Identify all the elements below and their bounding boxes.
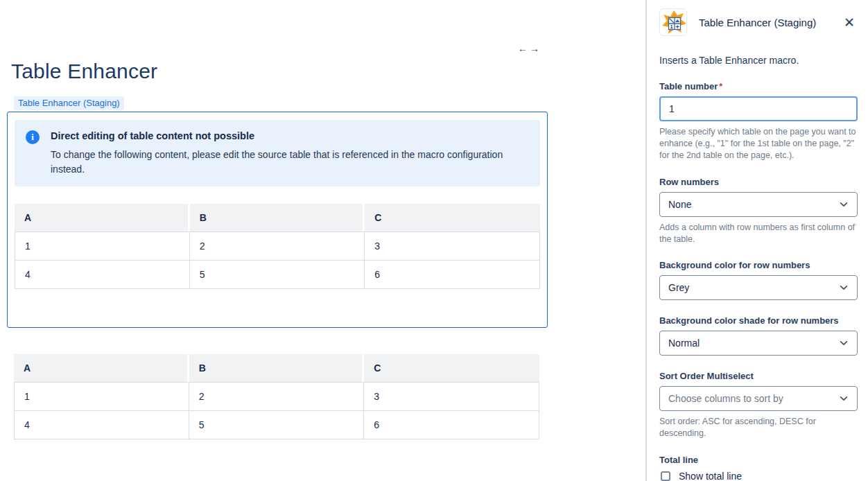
page-source-table[interactable]: A B C 1 2 3 4 5 6 [14,354,539,439]
table-cell[interactable]: 1 [14,382,189,411]
panel-header: 1 + Table Enhancer (Staging) ✕ [659,8,858,36]
table-row: 4 5 6 [15,261,540,289]
field-table-number: Table number* Please specify which table… [659,81,858,161]
field-label: Table number* [659,81,858,91]
column-header: A [15,204,190,231]
app-window: ← → Table Enhancer Table Enhancer (Stagi… [0,0,868,481]
bg-shade-select[interactable]: Normal [659,331,858,356]
required-marker: * [719,81,722,91]
table-row: 1 2 3 [15,231,540,261]
page-width-toggle-button[interactable]: ← → [518,43,539,54]
info-icon: i [26,130,40,144]
field-total-line: Total line Show total line The total lin… [659,455,858,481]
field-label: Background color for row numbers [659,260,858,270]
select-placeholder: Choose columns to sort by [668,393,783,404]
field-label: Sort Order Multiselect [659,371,858,381]
svg-text:+: + [675,24,679,30]
svg-text:1: 1 [670,24,673,30]
field-help-text: Please specify which table on the page y… [659,126,858,161]
macro-tag-label[interactable]: Table Enhancer (Staging) [14,96,124,110]
table-cell: 4 [15,261,190,289]
row-numbers-select[interactable]: None [659,192,858,217]
macro-selection-box[interactable]: i Direct editing of table content not po… [7,112,548,328]
table-cell[interactable]: 6 [364,411,539,439]
page-title: Table Enhancer [11,60,157,83]
sort-order-multiselect[interactable]: Choose columns to sort by [659,386,858,411]
table-cell: 3 [365,231,540,261]
select-value: Normal [668,338,700,349]
column-header[interactable]: A [14,354,189,382]
table-cell[interactable]: 2 [189,382,365,411]
checkbox-label: Show total line [679,471,742,481]
close-icon[interactable]: ✕ [841,15,858,30]
table-cell[interactable]: 5 [189,411,365,439]
show-total-line-checkbox-row[interactable]: Show total line [659,471,858,481]
table-row: 1 2 3 [14,382,539,411]
table-header-row: A B C [15,204,540,231]
macro-config-panel: 1 + Table Enhancer (Staging) ✕ Inserts a… [645,0,868,481]
field-help-text: Sort order: ASC for ascending, DESC for … [659,416,858,439]
table-cell: 6 [365,261,540,289]
column-header: B [190,204,365,231]
select-value: Grey [668,282,689,293]
field-bg-color: Background color for row numbers Grey [659,260,858,300]
field-label: Total line [659,455,858,465]
arrow-left-icon: ← [518,43,528,54]
macro-preview-table: A B C 1 2 3 4 5 6 [15,204,540,289]
table-cell[interactable]: 3 [364,382,539,411]
arrow-right-icon: → [530,43,539,54]
info-panel-body: To change the following content, please … [51,148,536,177]
field-sort-order: Sort Order Multiselect Choose columns to… [659,371,858,439]
column-header[interactable]: B [189,354,365,382]
chevron-down-icon [839,283,849,292]
chevron-down-icon [839,200,849,209]
table-row: 4 5 6 [14,411,539,439]
info-panel: i Direct editing of table content not po… [15,120,540,186]
field-label: Background color shade for row numbers [659,315,858,326]
field-label: Row numbers [659,177,858,187]
panel-title: Table Enhancer (Staging) [699,17,816,28]
info-panel-title: Direct editing of table content not poss… [51,130,254,141]
chevron-down-icon [839,394,849,403]
table-header-row: A B C [14,354,539,382]
table-enhancer-macro-icon: 1 + [659,8,687,36]
table-number-input[interactable] [659,96,858,121]
column-header: C [365,204,540,231]
field-help-text: Adds a column with row numbers as first … [659,222,858,245]
bg-color-select[interactable]: Grey [659,275,858,300]
table-cell: 2 [190,231,365,261]
chevron-down-icon [839,338,849,348]
column-header[interactable]: C [364,354,539,382]
table-cell: 5 [190,261,365,289]
table-cell: 1 [15,231,190,261]
macro-description: Inserts a Table Enhancer macro. [659,55,858,66]
field-bg-shade: Background color shade for row numbers N… [659,315,858,356]
editor-content: ← → Table Enhancer Table Enhancer (Stagi… [0,0,645,481]
field-row-numbers: Row numbers None Adds a column with row … [659,177,858,245]
table-cell[interactable]: 4 [14,411,189,439]
checkbox-unchecked[interactable] [661,471,670,481]
select-value: None [668,199,691,210]
